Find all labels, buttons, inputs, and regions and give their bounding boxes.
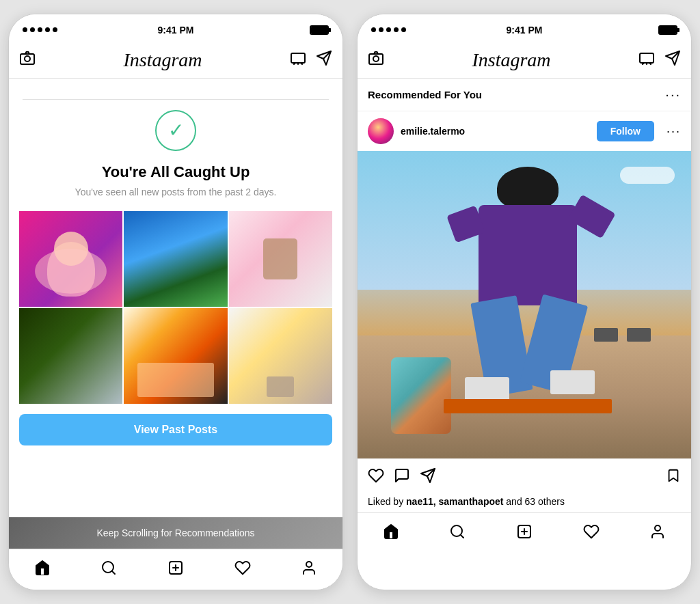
divider bbox=[23, 99, 329, 100]
skateboard bbox=[444, 399, 612, 413]
nav-search-right[interactable] bbox=[449, 523, 466, 540]
share-button[interactable] bbox=[420, 467, 436, 488]
status-bar-right: 9:41 PM bbox=[358, 14, 691, 42]
camera-icon-left[interactable] bbox=[19, 50, 36, 70]
caught-up-subtitle: You've seen all new posts from the past … bbox=[75, 187, 277, 197]
bottom-nav-right bbox=[358, 512, 691, 553]
nav-heart-left[interactable] bbox=[234, 560, 251, 576]
battery-area-right bbox=[658, 25, 677, 35]
svg-point-10 bbox=[306, 562, 312, 567]
grid-photo-1 bbox=[19, 211, 122, 307]
follow-button[interactable]: Follow bbox=[597, 121, 654, 141]
nav-add-right[interactable] bbox=[516, 523, 533, 540]
svg-point-12 bbox=[373, 56, 379, 61]
svg-line-6 bbox=[112, 571, 115, 574]
status-time-right: 9:41 PM bbox=[507, 25, 543, 36]
avatar[interactable] bbox=[368, 118, 394, 144]
barrel bbox=[391, 357, 451, 435]
like-button[interactable] bbox=[368, 467, 384, 488]
svg-rect-2 bbox=[291, 53, 305, 63]
svg-point-23 bbox=[655, 525, 660, 531]
nav-profile-right[interactable] bbox=[649, 523, 666, 540]
bookmark-button[interactable] bbox=[666, 468, 681, 487]
post-actions bbox=[358, 458, 691, 496]
instagram-logo-left: Instagram bbox=[123, 49, 202, 71]
view-past-button[interactable]: View Past Posts bbox=[19, 414, 332, 445]
battery-area-left bbox=[310, 25, 329, 35]
checkmark-icon: ✓ bbox=[168, 121, 184, 140]
nav-heart-right[interactable] bbox=[583, 523, 600, 540]
signal-dots-right bbox=[371, 27, 406, 32]
nav-profile-left[interactable] bbox=[301, 560, 317, 576]
send-icon-right[interactable] bbox=[664, 50, 681, 70]
header-icons-left bbox=[290, 50, 332, 70]
send-icon-left[interactable] bbox=[316, 50, 332, 70]
check-circle: ✓ bbox=[155, 110, 196, 151]
app-header-right: Instagram bbox=[358, 42, 691, 79]
status-time-left: 9:41 PM bbox=[158, 25, 194, 36]
svg-rect-13 bbox=[640, 53, 654, 63]
battery-icon-right bbox=[658, 25, 677, 35]
nav-home-left[interactable] bbox=[34, 560, 51, 576]
svg-point-1 bbox=[25, 56, 30, 61]
svg-line-19 bbox=[461, 535, 463, 538]
content-left: ✓ You're All Caught Up You've seen all n… bbox=[9, 79, 342, 549]
tv-icon-right[interactable] bbox=[638, 50, 655, 70]
keep-scrolling-text: Keep Scrolling for Recommendations bbox=[96, 527, 254, 538]
nav-add-left[interactable] bbox=[167, 560, 184, 576]
cloud bbox=[620, 167, 675, 184]
likes-text: Liked by nae11, samanthapoet and 63 othe… bbox=[358, 496, 691, 512]
keep-scrolling-banner: Keep Scrolling for Recommendations bbox=[9, 517, 342, 549]
tv-icon-left[interactable] bbox=[290, 50, 306, 70]
recommended-header: Recommended For You ··· bbox=[358, 79, 691, 111]
app-header-left: Instagram bbox=[9, 42, 342, 79]
recommended-more-button[interactable]: ··· bbox=[665, 87, 681, 102]
post-header: emilie.talermo Follow ··· bbox=[358, 111, 691, 151]
grid-photo-4 bbox=[19, 308, 122, 404]
comment-button[interactable] bbox=[394, 467, 410, 488]
liked-by-names[interactable]: nae11, samanthapoet bbox=[406, 496, 503, 507]
nav-home-right[interactable] bbox=[383, 523, 399, 540]
instagram-logo-right: Instagram bbox=[472, 49, 550, 71]
bench bbox=[627, 328, 651, 342]
post-more-button[interactable]: ··· bbox=[667, 124, 681, 139]
header-icons-right bbox=[638, 50, 681, 70]
skater-figure bbox=[457, 167, 597, 407]
status-bar-left: 9:41 PM bbox=[9, 14, 342, 42]
avatar-image bbox=[368, 118, 394, 144]
post-image bbox=[358, 151, 691, 458]
signal-dots bbox=[23, 27, 57, 32]
grid-photo-5 bbox=[124, 308, 227, 404]
photo-grid bbox=[19, 211, 332, 404]
camera-icon-right[interactable] bbox=[368, 50, 384, 70]
bottom-nav-left bbox=[9, 549, 342, 590]
grid-photo-6 bbox=[229, 308, 332, 404]
caught-up-section: ✓ You're All Caught Up You've seen all n… bbox=[9, 79, 342, 211]
grid-photo-2 bbox=[124, 211, 227, 307]
grid-photo-3 bbox=[229, 211, 332, 307]
left-phone: 9:41 PM Instagram bbox=[8, 14, 343, 590]
battery-icon-left bbox=[310, 25, 329, 35]
view-past-container: View Past Posts bbox=[9, 414, 342, 445]
post-username[interactable]: emilie.talermo bbox=[401, 126, 590, 137]
right-phone: 9:41 PM Instagram Recommended For You bbox=[357, 14, 692, 590]
caught-up-title: You're All Caught Up bbox=[102, 163, 250, 181]
recommended-title: Recommended For You bbox=[368, 89, 482, 100]
nav-search-left[interactable] bbox=[100, 560, 117, 576]
